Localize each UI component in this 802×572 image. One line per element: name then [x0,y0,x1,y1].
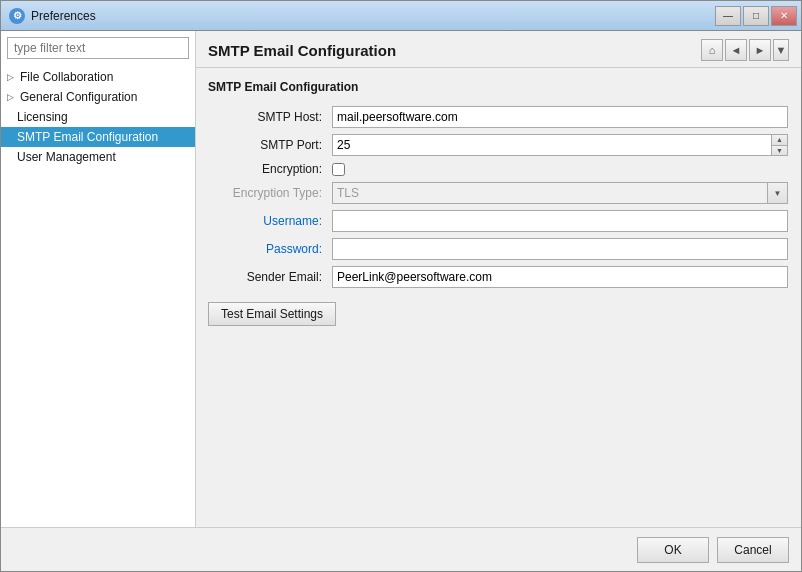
encryption-checkbox[interactable] [332,163,345,176]
maximize-button[interactable]: □ [743,6,769,26]
cancel-button[interactable]: Cancel [717,537,789,563]
sidebar-item-smtp-email-configuration[interactable]: SMTP Email Configuration [1,127,195,147]
sidebar-item-user-management[interactable]: User Management [1,147,195,167]
sidebar-item-licensing[interactable]: Licensing [1,107,195,127]
panel-nav-buttons: ⌂ ◄ ► ▼ [701,39,789,61]
sender-email-label: Sender Email: [208,270,328,284]
smtp-host-label: SMTP Host: [208,110,328,124]
minimize-button[interactable]: — [715,6,741,26]
spin-down-button[interactable]: ▼ [772,146,787,156]
sidebar-item-general-configuration[interactable]: ▷ General Configuration [1,87,195,107]
preferences-window: ⚙ Preferences — □ ✕ ▷ File Collaboration… [0,0,802,572]
smtp-port-spinner: ▲ ▼ [332,134,788,156]
encryption-checkbox-wrapper [332,163,788,176]
username-label: Username: [208,214,328,228]
password-input[interactable] [332,238,788,260]
nav-back-button[interactable]: ◄ [725,39,747,61]
nav-forward-button[interactable]: ► [749,39,771,61]
encryption-label: Encryption: [208,162,328,176]
smtp-port-label: SMTP Port: [208,138,328,152]
sidebar-tree: ▷ File Collaboration ▷ General Configura… [1,65,195,527]
encryption-type-label: Encryption Type: [208,186,328,200]
nav-home-button[interactable]: ⌂ [701,39,723,61]
panel-body: SMTP Email Configuration SMTP Host: SMTP… [196,68,801,527]
sender-email-input[interactable] [332,266,788,288]
spin-up-button[interactable]: ▲ [772,135,787,146]
spinner-buttons: ▲ ▼ [771,135,787,155]
smtp-port-input[interactable] [333,135,771,155]
filter-input[interactable] [7,37,189,59]
test-email-settings-button[interactable]: Test Email Settings [208,302,336,326]
sidebar: ▷ File Collaboration ▷ General Configura… [1,31,196,527]
right-panel: SMTP Email Configuration ⌂ ◄ ► ▼ SMTP Em… [196,31,801,527]
bottom-bar: OK Cancel [1,527,801,571]
password-label: Password: [208,242,328,256]
title-bar-left: ⚙ Preferences [9,8,96,24]
close-button[interactable]: ✕ [771,6,797,26]
title-bar-buttons: — □ ✕ [715,6,797,26]
app-icon: ⚙ [9,8,25,24]
sidebar-item-file-collaboration[interactable]: ▷ File Collaboration [1,67,195,87]
smtp-host-input[interactable] [332,106,788,128]
smtp-form: SMTP Host: SMTP Port: ▲ ▼ Encryption: [208,106,788,288]
select-dropdown-arrow: ▼ [767,183,787,203]
username-input[interactable] [332,210,788,232]
encryption-type-select[interactable]: TLS ▼ [332,182,788,204]
expand-arrow-file-collaboration: ▷ [7,72,14,82]
panel-header: SMTP Email Configuration ⌂ ◄ ► ▼ [196,31,801,68]
main-content: ▷ File Collaboration ▷ General Configura… [1,31,801,527]
expand-arrow-general-configuration: ▷ [7,92,14,102]
form-section-title: SMTP Email Configuration [208,80,789,94]
title-bar: ⚙ Preferences — □ ✕ [1,1,801,31]
nav-dropdown-button[interactable]: ▼ [773,39,789,61]
panel-title: SMTP Email Configuration [208,42,396,59]
encryption-type-display: TLS [333,183,767,203]
ok-button[interactable]: OK [637,537,709,563]
window-title: Preferences [31,9,96,23]
